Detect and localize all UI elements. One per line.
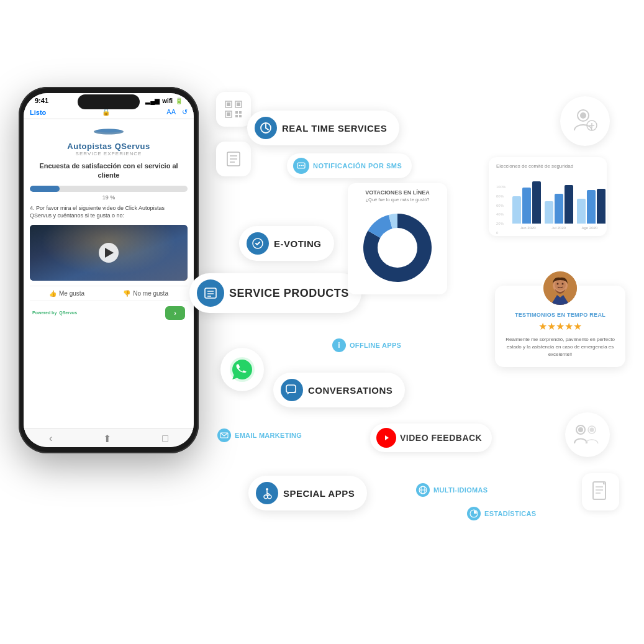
people-svg bbox=[572, 422, 603, 447]
voting-svg bbox=[252, 237, 264, 250]
svg-point-33 bbox=[266, 488, 268, 491]
thumbs-up-icon: 👍 bbox=[49, 290, 57, 297]
form-icon bbox=[216, 142, 251, 176]
phone-time: 9:41 bbox=[35, 97, 48, 104]
svg-rect-3 bbox=[227, 102, 230, 106]
video-feedback-label: VIDEO FEEDBACK bbox=[400, 433, 482, 443]
powered-by: Powered by QServus bbox=[32, 311, 77, 315]
globe-svg bbox=[419, 486, 427, 494]
agent-icon bbox=[560, 96, 610, 146]
email-marketing-feature: EMAIL MARKETING bbox=[217, 429, 302, 442]
chart-content: 100% 80% 60% 40% 20% 0 bbox=[496, 174, 599, 230]
svg-point-52 bbox=[590, 428, 594, 432]
video-feedback-pill: VIDEO FEEDBACK bbox=[370, 424, 492, 452]
real-time-services-label: REAL TIME SERVICES bbox=[282, 123, 387, 134]
offline-apps-feature: i OFFLINE APPS bbox=[332, 338, 401, 352]
phone-like-bar: 👍 Me gusta 👎 No me gusta bbox=[30, 286, 188, 301]
form-icon-svg bbox=[225, 150, 242, 168]
chart-group-1 bbox=[512, 181, 541, 224]
youtube-icon bbox=[376, 428, 396, 448]
testimonial-badge: TESTIMONIOS EN TEMPO REAL bbox=[504, 312, 617, 318]
e-voting-pill: E-VOTING bbox=[239, 226, 334, 261]
donut-chart-card: VOTACIONES EN LÍNEA ¿Qué fue lo que más … bbox=[348, 183, 447, 294]
bar-1-mid bbox=[522, 188, 531, 224]
phone-mockup: 9:41 ▂▄▆ wifi 🔋 Listo 🔒 AA ↺ bbox=[19, 87, 199, 453]
doc-svg bbox=[591, 481, 610, 503]
signal-icon: ▂▄▆ bbox=[145, 98, 160, 104]
chart-y-labels: 100% 80% 60% 40% 20% 0 bbox=[496, 185, 506, 235]
bar-2-mid bbox=[555, 194, 563, 224]
brand-logo-svg bbox=[90, 125, 127, 138]
chart-label-2: Jul 2020 bbox=[551, 226, 566, 230]
bar-chart-card: Elecciones de comité de seguridad 100% 8… bbox=[489, 157, 607, 236]
dislike-button[interactable]: 👎 No me gusta bbox=[123, 290, 168, 297]
service-products-svg bbox=[204, 286, 217, 300]
reload-icon: ↺ bbox=[182, 108, 188, 116]
phone-footer: Powered by QServus › bbox=[30, 306, 188, 320]
bar-1-light bbox=[512, 196, 521, 224]
wheelchair-svg bbox=[261, 487, 273, 499]
svg-rect-7 bbox=[227, 112, 230, 116]
bar-2-dark bbox=[565, 185, 573, 224]
service-products-icon bbox=[197, 279, 224, 307]
whatsapp-icon bbox=[220, 348, 264, 391]
chat-svg bbox=[286, 384, 298, 396]
chart-group-3 bbox=[577, 189, 605, 224]
share-nav-icon[interactable]: ⬆ bbox=[103, 433, 111, 445]
voting-icon bbox=[247, 232, 269, 255]
bar-1-dark bbox=[532, 181, 541, 224]
phone-screen: 9:41 ▂▄▆ wifi 🔋 Listo 🔒 AA ↺ bbox=[24, 93, 194, 447]
svg-rect-28 bbox=[286, 385, 296, 392]
svg-point-55 bbox=[555, 279, 566, 291]
donut-svg bbox=[357, 207, 438, 288]
phone-question-text: 4. Por favor mira el siguiente video de … bbox=[30, 204, 188, 220]
youtube-svg bbox=[381, 433, 392, 442]
offline-apps-label: OFFLINE APPS bbox=[350, 342, 401, 349]
like-button[interactable]: 👍 Me gusta bbox=[49, 290, 84, 297]
donut-subtitle: ¿Qué fue lo que más te gustó? bbox=[354, 197, 441, 202]
phone-logo-sub: SERVICE EXPERIENCE bbox=[30, 151, 188, 156]
chart-group-2 bbox=[545, 185, 573, 224]
bookmark-nav-icon[interactable]: □ bbox=[162, 433, 168, 445]
phone-progress-text: 19 % bbox=[30, 194, 188, 201]
thumbs-down-icon: 👎 bbox=[123, 290, 130, 297]
estadisticas-feature: ESTADÍSTICAS bbox=[467, 507, 536, 520]
people-group-icon bbox=[565, 412, 610, 457]
back-nav-icon[interactable]: ‹ bbox=[49, 433, 52, 445]
svg-point-41 bbox=[580, 112, 586, 119]
stats-icon bbox=[467, 507, 481, 520]
next-button[interactable]: › bbox=[165, 306, 185, 320]
play-button[interactable] bbox=[99, 243, 119, 263]
phone-notch bbox=[78, 94, 140, 109]
testimonial-stars: ★★★★★ bbox=[504, 320, 617, 332]
avatar-svg bbox=[543, 271, 577, 305]
qr-code-svg bbox=[224, 100, 243, 119]
browser-back-label: Listo bbox=[30, 109, 46, 116]
battery-icon: 🔋 bbox=[175, 98, 183, 104]
globe-icon bbox=[416, 483, 430, 497]
doc-icon bbox=[582, 473, 619, 510]
service-products-label: SERVICE PRODUCTS bbox=[229, 287, 349, 300]
notificacion-sms-label: NOTIFICACIÓN POR SMS bbox=[313, 162, 402, 170]
special-apps-label: SPECIAL APPS bbox=[283, 488, 355, 499]
phone-survey-title: Encuesta de satisfacción con el servicio… bbox=[30, 161, 188, 181]
svg-point-56 bbox=[557, 283, 559, 285]
chart-label-1: Jun 2020 bbox=[520, 226, 536, 230]
browser-actions: AA ↺ bbox=[166, 108, 188, 116]
phone-bottom-nav: ‹ ⬆ □ bbox=[24, 429, 194, 447]
sms-svg bbox=[297, 161, 306, 170]
wifi-icon: wifi bbox=[162, 98, 173, 104]
service-products-pill: SERVICE PRODUCTS bbox=[189, 273, 361, 313]
svg-point-50 bbox=[578, 427, 583, 432]
dislike-label: No me gusta bbox=[133, 290, 168, 297]
phone-video-thumbnail[interactable] bbox=[30, 225, 188, 281]
sms-icon bbox=[293, 158, 309, 174]
wheelchair-icon bbox=[256, 482, 278, 504]
bar-3-mid bbox=[587, 190, 596, 224]
brand-name: QServus bbox=[59, 311, 77, 315]
font-size-icon: AA bbox=[166, 108, 176, 116]
chart-bars bbox=[512, 174, 605, 224]
agent-svg bbox=[569, 106, 601, 137]
email-marketing-label: EMAIL MARKETING bbox=[235, 432, 302, 439]
chart-label-3: Ago 2020 bbox=[581, 226, 597, 230]
